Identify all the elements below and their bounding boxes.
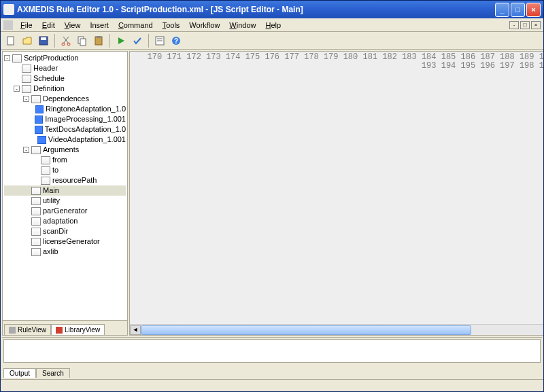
menu-insert[interactable]: Insert	[85, 20, 114, 31]
tree-node-icon	[31, 146, 41, 154]
close-button[interactable]: ×	[526, 3, 541, 17]
tree-label: Main	[43, 185, 59, 196]
editor: 170 171 172 173 174 175 176 177 178 179 …	[129, 51, 543, 336]
tree-item[interactable]: utility	[4, 196, 126, 206]
props-button[interactable]	[152, 33, 167, 48]
tree-label: from	[52, 155, 67, 165]
menu-help[interactable]: Help	[261, 20, 286, 31]
tree-label: TextDocsAdaptation_1.0	[45, 124, 126, 135]
svg-rect-8	[97, 36, 101, 38]
new-button[interactable]	[3, 33, 18, 48]
copy-button[interactable]	[75, 33, 90, 48]
tree-node-icon	[35, 115, 43, 124]
menu-window[interactable]: Window	[224, 20, 260, 31]
tree-item[interactable]: axlib	[4, 247, 126, 257]
menu-workflow[interactable]: Workflow	[184, 20, 224, 31]
check-button[interactable]	[130, 33, 145, 48]
tree-item[interactable]: parGenerator	[4, 206, 126, 216]
bottom-panel: Output Search	[2, 337, 542, 378]
horizontal-scrollbar[interactable]: ◄ ►	[130, 324, 543, 335]
tree-item[interactable]: from	[4, 155, 126, 165]
maximize-button[interactable]: □	[511, 3, 525, 17]
tree-expander[interactable]: -	[23, 147, 29, 153]
scroll-left-arrow[interactable]: ◄	[130, 325, 141, 335]
tree-item[interactable]: -Dependences	[4, 94, 126, 104]
tree-item[interactable]: adaptation	[4, 216, 126, 226]
tree-item[interactable]: licenseGenerator	[4, 236, 126, 247]
tree-label: to	[52, 165, 58, 175]
tree-expander[interactable]: -	[23, 96, 29, 102]
toolbar: ?	[1, 32, 543, 50]
tree-item[interactable]: scanDir	[4, 226, 126, 236]
tree-label: parGenerator	[43, 206, 87, 216]
tree-node-icon	[22, 75, 31, 83]
tree-label: adaptation	[43, 216, 78, 226]
tree-item[interactable]: RingtoneAdaptation_1.0	[4, 104, 126, 114]
tab-libraryview[interactable]: LibraryView	[51, 324, 105, 335]
menu-command[interactable]: Command	[114, 20, 158, 31]
tree-item[interactable]: ImageProcessing_1.001	[4, 114, 126, 124]
tree-view[interactable]: -ScriptProductionHeaderSchedule-Definiti…	[3, 52, 127, 320]
tree-node-icon	[31, 197, 41, 205]
tree-node-icon	[31, 238, 41, 246]
tree-node-icon	[31, 248, 41, 256]
tree-item[interactable]: -Arguments	[4, 145, 126, 155]
mdi-close[interactable]: ×	[531, 21, 541, 29]
tree-node-icon	[12, 54, 22, 63]
tree-label: Header	[33, 63, 58, 73]
tab-output[interactable]: Output	[3, 368, 36, 378]
tree-item[interactable]: Schedule	[4, 73, 126, 84]
tree-item[interactable]: to	[4, 165, 126, 175]
tab-search[interactable]: Search	[36, 368, 70, 378]
tree-node-icon	[31, 95, 41, 103]
menu-tools[interactable]: Tools	[158, 20, 185, 31]
cut-button[interactable]	[58, 33, 73, 48]
tree-node-icon	[22, 65, 31, 73]
tree-item[interactable]: VideoAdaptation_1.001	[4, 135, 126, 145]
tree-item[interactable]: TextDocsAdaptation_1.0	[4, 124, 126, 135]
paste-button[interactable]	[91, 33, 106, 48]
menu-file[interactable]: File	[16, 20, 37, 31]
tree-node-icon	[41, 166, 50, 175]
tree-label: axlib	[43, 247, 58, 257]
mdi-restore[interactable]: □	[520, 21, 530, 29]
menu-edit[interactable]: Edit	[37, 20, 60, 31]
tree-label: VideoAdaptation_1.001	[48, 135, 126, 145]
tree-node-icon	[22, 85, 31, 93]
tree-node-icon	[31, 217, 41, 226]
scroll-thumb[interactable]	[141, 325, 471, 335]
tree-label: utility	[43, 196, 60, 206]
mdi-doc-icon	[3, 20, 13, 30]
save-button[interactable]	[36, 33, 51, 48]
tree-node-icon	[35, 126, 43, 134]
titlebar[interactable]: AXMEDIS Rule Editor 1.0 - ScriptProducti…	[1, 1, 543, 18]
tree-item[interactable]: Main	[4, 185, 126, 196]
tree-label: Definition	[33, 84, 65, 94]
tree-item[interactable]: Header	[4, 63, 126, 73]
tree-expander[interactable]: -	[14, 86, 20, 92]
mdi-minimize[interactable]: -	[509, 21, 519, 29]
libraryview-icon	[56, 327, 63, 334]
tree-item[interactable]: resourcePath	[4, 175, 126, 185]
svg-rect-2	[41, 37, 46, 40]
statusbar	[1, 379, 543, 391]
window-title: AXMEDIS Rule Editor 1.0 - ScriptProducti…	[17, 5, 495, 14]
run-button[interactable]	[114, 33, 129, 48]
tree-item[interactable]: -Definition	[4, 84, 126, 94]
output-area[interactable]	[3, 339, 541, 363]
tree-expander[interactable]: -	[4, 55, 10, 61]
tree-label: Schedule	[33, 73, 65, 84]
tree-node-icon	[41, 177, 50, 185]
menu-view[interactable]: View	[60, 20, 86, 31]
tab-ruleview[interactable]: RuleView	[4, 324, 51, 335]
tree-label: ScriptProduction	[24, 53, 79, 63]
tree-label: Dependences	[43, 94, 89, 104]
tree-node-icon	[35, 105, 44, 113]
svg-text:?: ?	[174, 37, 178, 45]
app-icon	[3, 4, 14, 15]
tree-item[interactable]: -ScriptProduction	[4, 53, 126, 63]
tree-label: Arguments	[43, 145, 79, 155]
help-button[interactable]: ?	[169, 33, 184, 48]
open-button[interactable]	[20, 33, 35, 48]
minimize-button[interactable]: _	[495, 3, 509, 17]
